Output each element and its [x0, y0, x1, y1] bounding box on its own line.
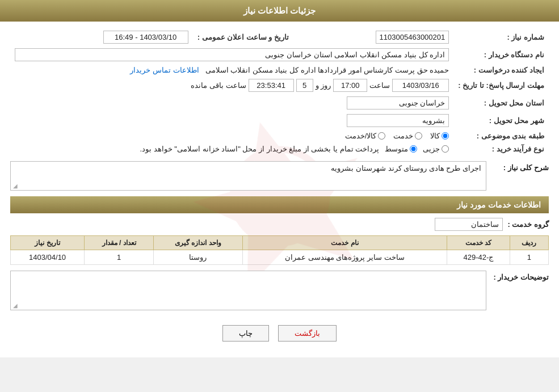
tabaqe-label: طبقه بندی موضوعی :	[453, 129, 549, 142]
page-header: جزئیات اطلاعات نیاز	[0, 0, 559, 22]
col-tarikh: تاریخ نیاز	[11, 236, 85, 250]
toseeh-label: توضیحات خریدار :	[492, 271, 549, 281]
ostan-value: خراسان جنوبی	[10, 94, 453, 112]
col-kod: کد خدمت	[447, 236, 510, 250]
mohlat-row: 1403/03/16 ساعت 17:00 روز و 5 23:53:41 س…	[10, 77, 453, 94]
nam-dastgah-label: نام دستگاه خریدار :	[453, 46, 549, 64]
nooe-motevaset-label: متوسط	[385, 145, 408, 153]
page-title: جزئیات اطلاعات نیاز	[243, 6, 316, 15]
mohlat-date-box: 1403/03/16	[392, 79, 449, 92]
ijad-konande-label: ایجاد کننده درخواست :	[453, 64, 549, 77]
cell-tedad: 1	[85, 250, 154, 265]
tabaqe-khadamat-label: خدمت	[393, 132, 413, 140]
shahr-label: شهر محل تحویل :	[453, 112, 549, 129]
cell-radif: 1	[510, 250, 548, 265]
col-tedad: تعداد / مقدار	[85, 236, 154, 250]
cell-kod: ج-42-429	[447, 250, 510, 265]
toseeh-box: ◢	[10, 271, 486, 310]
nam-dastgah-value: اداره کل بنیاد مسکن انقلاب اسلامی استان …	[10, 46, 453, 64]
grohe-row: گروه خدمت : ساختمان	[10, 218, 549, 231]
nooe-jozi[interactable]: جزیی	[423, 145, 449, 153]
col-radif: ردیف	[510, 236, 548, 250]
sharh-label: شرح کلی نیاز :	[492, 161, 549, 172]
bazgasht-button[interactable]: بازگشت	[278, 325, 337, 342]
tabaqe-kala-label: کالا	[430, 132, 440, 140]
shomara-niaz-box: 1103005463000201	[376, 31, 449, 44]
tabaqe-options: کالا خدمت کالا/خدمت	[10, 129, 453, 142]
cell-vahed: روستا	[154, 250, 242, 265]
mohlat-time-label: ساعت	[369, 81, 390, 90]
ijad-konande-link[interactable]: اطلاعات تماس خریدار	[130, 66, 199, 74]
table-row: 1ج-42-429ساخت سایر پروژه‌های مهندسی عمرا…	[11, 250, 549, 265]
nooe-farayand-row: جزیی متوسط پرداخت تمام یا بخشی از مبلغ خ…	[10, 142, 453, 155]
grohe-khadamat-label: گروه خدمت :	[507, 220, 549, 229]
chap-button[interactable]: چاپ	[222, 325, 269, 342]
tabaqe-kala-khadamat-label: کالا/خدمت	[345, 132, 377, 140]
shahr-box: بشرویه	[347, 114, 449, 127]
tabaqe-kala-khadamat[interactable]: کالا/خدمت	[345, 132, 386, 140]
tarikh-elan-label: تاریخ و ساعت اعلان عمومی :	[193, 28, 293, 46]
ostan-label: استان محل تحویل :	[453, 94, 549, 112]
bottom-buttons: بازگشت چاپ	[10, 317, 549, 351]
nam-dastgah-box: اداره کل بنیاد مسکن انقلاب اسلامی استان …	[15, 48, 449, 61]
ijad-konande-text: حمیده حق پرست کارشناس امور قراردادها ادا…	[205, 66, 449, 74]
nooe-farayand-label: نوع فرآیند خرید :	[453, 142, 549, 155]
tarikh-elan-value: 1403/03/10 - 16:49	[10, 28, 193, 46]
col-nam: نام خدمت	[242, 236, 447, 250]
info-table: شماره نیاز : 1103005463000201 تاریخ و سا…	[10, 28, 549, 155]
nooe-motevaset[interactable]: متوسط	[385, 145, 417, 153]
cell-tarikh: 1403/04/10	[11, 250, 85, 265]
sharh-value: اجرای طرح هادی روستای کرند شهرستان بشروی…	[331, 164, 481, 172]
services-table: ردیف کد خدمت نام خدمت واحد اندازه گیری ت…	[10, 235, 549, 265]
shomara-niaz-value: 1103005463000201	[293, 28, 453, 46]
toseeh-resize: ◢	[13, 302, 18, 309]
mohlat-label: مهلت ارسال پاسخ: تا تاریخ :	[453, 77, 549, 94]
col-vahed: واحد اندازه گیری	[154, 236, 242, 250]
cell-nam: ساخت سایر پروژه‌های مهندسی عمران	[242, 250, 447, 265]
nooe-motevaset-radio[interactable]	[410, 145, 417, 153]
tarikh-elan-box: 1403/03/10 - 16:49	[103, 31, 188, 44]
tabaqe-khadamat-radio[interactable]	[415, 132, 422, 140]
nooe-farayand-text: پرداخت تمام یا بخشی از مبلغ خریدار از مح…	[140, 145, 379, 153]
ostan-box: خراسان جنوبی	[347, 96, 449, 109]
tabaqe-kala[interactable]: کالا	[430, 132, 449, 140]
tabaqe-khadamat[interactable]: خدمت	[393, 132, 422, 140]
khadamat-section-title: اطلاعات خدمات مورد نیاز	[10, 196, 549, 213]
sharh-box: اجرای طرح هادی روستای کرند شهرستان بشروی…	[10, 161, 486, 191]
mohlat-rooz-box: 5	[296, 79, 313, 92]
resize-indicator: ◢	[13, 183, 18, 189]
tabaqe-kala-khadamat-radio[interactable]	[378, 132, 385, 140]
mohlat-baqi-label: ساعت باقی مانده	[191, 81, 246, 90]
mohlat-baqi-box: 23:53:41	[249, 79, 294, 92]
shomara-niaz-label: شماره نیاز :	[453, 28, 549, 46]
grohe-khadamat-box: ساختمان	[435, 218, 503, 231]
ijad-konande-value: حمیده حق پرست کارشناس امور قراردادها ادا…	[10, 64, 453, 77]
mohlat-time-box: 17:00	[333, 79, 367, 92]
tabaqe-kala-radio[interactable]	[442, 132, 449, 140]
nooe-jozi-label: جزیی	[423, 145, 440, 153]
nooe-jozi-radio[interactable]	[442, 145, 449, 153]
mohlat-rooz-label: روز و	[316, 81, 331, 90]
shahr-value: بشرویه	[10, 112, 453, 129]
